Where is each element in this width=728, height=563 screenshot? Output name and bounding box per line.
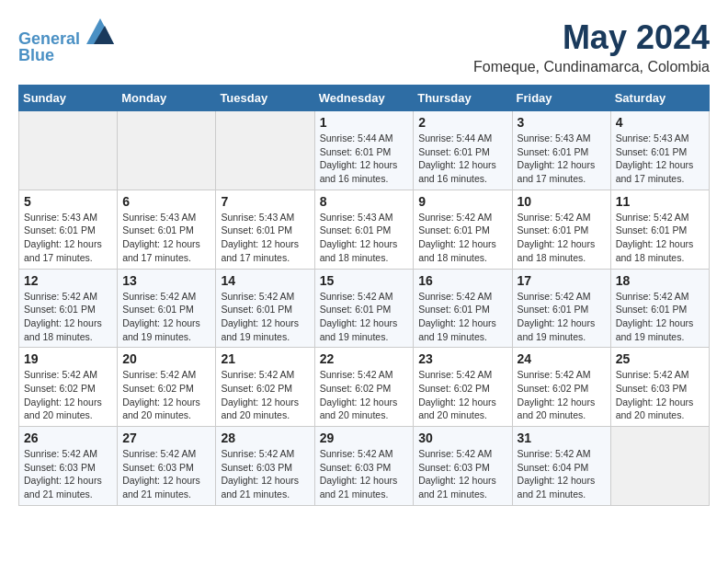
- logo-text: General: [18, 18, 114, 50]
- calendar-week-3: 12Sunrise: 5:42 AM Sunset: 6:01 PM Dayli…: [19, 269, 710, 348]
- day-info: Sunrise: 5:42 AM Sunset: 6:04 PM Dayligh…: [518, 447, 606, 501]
- day-info: Sunrise: 5:42 AM Sunset: 6:03 PM Dayligh…: [24, 447, 112, 501]
- day-number: 12: [24, 273, 112, 288]
- day-info: Sunrise: 5:42 AM Sunset: 6:02 PM Dayligh…: [221, 368, 309, 422]
- calendar-cell: 25Sunrise: 5:42 AM Sunset: 6:03 PM Dayli…: [610, 348, 709, 427]
- day-info: Sunrise: 5:42 AM Sunset: 6:01 PM Dayligh…: [518, 290, 606, 344]
- day-info: Sunrise: 5:42 AM Sunset: 6:01 PM Dayligh…: [616, 290, 704, 344]
- day-number: 5: [24, 194, 112, 209]
- calendar-cell: 13Sunrise: 5:42 AM Sunset: 6:01 PM Dayli…: [118, 269, 216, 348]
- calendar-cell: 24Sunrise: 5:42 AM Sunset: 6:02 PM Dayli…: [512, 348, 610, 427]
- day-number: 22: [320, 351, 409, 366]
- calendar-cell: 8Sunrise: 5:43 AM Sunset: 6:01 PM Daylig…: [314, 190, 414, 269]
- title-block: May 2024 Fomeque, Cundinamarca, Colombia: [473, 18, 710, 75]
- calendar-cell: 22Sunrise: 5:42 AM Sunset: 6:02 PM Dayli…: [314, 348, 414, 427]
- calendar-cell: 2Sunrise: 5:44 AM Sunset: 6:01 PM Daylig…: [414, 111, 512, 190]
- calendar-cell: 18Sunrise: 5:42 AM Sunset: 6:01 PM Dayli…: [610, 269, 709, 348]
- calendar-cell: 12Sunrise: 5:42 AM Sunset: 6:01 PM Dayli…: [19, 269, 118, 348]
- day-number: 4: [616, 115, 704, 130]
- calendar-cell: 21Sunrise: 5:42 AM Sunset: 6:02 PM Dayli…: [216, 348, 314, 427]
- day-info: Sunrise: 5:42 AM Sunset: 6:01 PM Dayligh…: [122, 290, 210, 344]
- calendar-cell: [216, 111, 314, 190]
- day-number: 29: [320, 431, 409, 445]
- calendar-header-row: SundayMondayTuesdayWednesdayThursdayFrid…: [19, 86, 710, 111]
- logo-icon: [86, 18, 114, 44]
- day-info: Sunrise: 5:43 AM Sunset: 6:01 PM Dayligh…: [122, 211, 210, 265]
- day-info: Sunrise: 5:42 AM Sunset: 6:01 PM Dayligh…: [418, 290, 506, 344]
- day-number: 14: [221, 273, 309, 288]
- calendar-cell: 17Sunrise: 5:42 AM Sunset: 6:01 PM Dayli…: [512, 269, 610, 348]
- calendar-cell: [118, 111, 216, 190]
- calendar-cell: [19, 111, 118, 190]
- day-number: 1: [320, 115, 409, 130]
- calendar-cell: 29Sunrise: 5:42 AM Sunset: 6:03 PM Dayli…: [314, 427, 414, 506]
- day-info: Sunrise: 5:44 AM Sunset: 6:01 PM Dayligh…: [320, 132, 409, 186]
- day-info: Sunrise: 5:43 AM Sunset: 6:01 PM Dayligh…: [518, 132, 606, 186]
- calendar-cell: 20Sunrise: 5:42 AM Sunset: 6:02 PM Dayli…: [118, 348, 216, 427]
- calendar-cell: 7Sunrise: 5:43 AM Sunset: 6:01 PM Daylig…: [216, 190, 314, 269]
- day-number: 9: [418, 194, 506, 209]
- column-header-tuesday: Tuesday: [216, 86, 314, 111]
- calendar-cell: 28Sunrise: 5:42 AM Sunset: 6:03 PM Dayli…: [216, 427, 314, 506]
- calendar-cell: 26Sunrise: 5:42 AM Sunset: 6:03 PM Dayli…: [19, 427, 118, 506]
- calendar-cell: 27Sunrise: 5:42 AM Sunset: 6:03 PM Dayli…: [118, 427, 216, 506]
- day-info: Sunrise: 5:42 AM Sunset: 6:01 PM Dayligh…: [518, 211, 606, 265]
- day-info: Sunrise: 5:42 AM Sunset: 6:01 PM Dayligh…: [320, 290, 409, 344]
- calendar-cell: 15Sunrise: 5:42 AM Sunset: 6:01 PM Dayli…: [314, 269, 414, 348]
- day-info: Sunrise: 5:44 AM Sunset: 6:01 PM Dayligh…: [418, 132, 506, 186]
- calendar-cell: 6Sunrise: 5:43 AM Sunset: 6:01 PM Daylig…: [118, 190, 216, 269]
- logo: General Blue: [18, 18, 114, 65]
- day-number: 6: [122, 194, 210, 209]
- column-header-saturday: Saturday: [610, 86, 709, 111]
- day-number: 21: [221, 351, 309, 366]
- day-info: Sunrise: 5:42 AM Sunset: 6:03 PM Dayligh…: [320, 447, 409, 501]
- calendar-cell: 14Sunrise: 5:42 AM Sunset: 6:01 PM Dayli…: [216, 269, 314, 348]
- month-title: May 2024: [473, 18, 710, 57]
- day-number: 25: [616, 351, 704, 366]
- day-info: Sunrise: 5:43 AM Sunset: 6:01 PM Dayligh…: [24, 211, 112, 265]
- day-number: 28: [221, 431, 309, 445]
- day-number: 16: [418, 273, 506, 288]
- day-number: 20: [122, 351, 210, 366]
- day-number: 13: [122, 273, 210, 288]
- day-number: 7: [221, 194, 309, 209]
- day-number: 31: [518, 431, 606, 445]
- day-info: Sunrise: 5:43 AM Sunset: 6:01 PM Dayligh…: [221, 211, 309, 265]
- column-header-friday: Friday: [512, 86, 610, 111]
- day-number: 15: [320, 273, 409, 288]
- day-number: 27: [122, 431, 210, 445]
- calendar-week-2: 5Sunrise: 5:43 AM Sunset: 6:01 PM Daylig…: [19, 190, 710, 269]
- day-number: 8: [320, 194, 409, 209]
- calendar-cell: 19Sunrise: 5:42 AM Sunset: 6:02 PM Dayli…: [19, 348, 118, 427]
- day-info: Sunrise: 5:42 AM Sunset: 6:02 PM Dayligh…: [518, 368, 606, 422]
- day-number: 17: [518, 273, 606, 288]
- day-info: Sunrise: 5:42 AM Sunset: 6:03 PM Dayligh…: [616, 368, 704, 422]
- calendar-week-5: 26Sunrise: 5:42 AM Sunset: 6:03 PM Dayli…: [19, 427, 710, 506]
- day-number: 30: [418, 431, 506, 445]
- calendar-cell: 1Sunrise: 5:44 AM Sunset: 6:01 PM Daylig…: [314, 111, 414, 190]
- day-number: 19: [24, 351, 112, 366]
- day-number: 23: [418, 351, 506, 366]
- day-number: 10: [518, 194, 606, 209]
- day-number: 24: [518, 351, 606, 366]
- column-header-monday: Monday: [118, 86, 216, 111]
- calendar-cell: 23Sunrise: 5:42 AM Sunset: 6:02 PM Dayli…: [414, 348, 512, 427]
- day-info: Sunrise: 5:43 AM Sunset: 6:01 PM Dayligh…: [616, 132, 704, 186]
- calendar-week-4: 19Sunrise: 5:42 AM Sunset: 6:02 PM Dayli…: [19, 348, 710, 427]
- day-info: Sunrise: 5:42 AM Sunset: 6:03 PM Dayligh…: [122, 447, 210, 501]
- calendar-cell: 31Sunrise: 5:42 AM Sunset: 6:04 PM Dayli…: [512, 427, 610, 506]
- calendar-cell: 5Sunrise: 5:43 AM Sunset: 6:01 PM Daylig…: [19, 190, 118, 269]
- column-header-thursday: Thursday: [414, 86, 512, 111]
- column-header-sunday: Sunday: [19, 86, 118, 111]
- calendar-cell: 16Sunrise: 5:42 AM Sunset: 6:01 PM Dayli…: [414, 269, 512, 348]
- day-info: Sunrise: 5:42 AM Sunset: 6:02 PM Dayligh…: [418, 368, 506, 422]
- calendar-cell: 4Sunrise: 5:43 AM Sunset: 6:01 PM Daylig…: [610, 111, 709, 190]
- day-info: Sunrise: 5:42 AM Sunset: 6:02 PM Dayligh…: [122, 368, 210, 422]
- calendar-table: SundayMondayTuesdayWednesdayThursdayFrid…: [18, 85, 710, 506]
- day-info: Sunrise: 5:42 AM Sunset: 6:01 PM Dayligh…: [418, 211, 506, 265]
- day-info: Sunrise: 5:42 AM Sunset: 6:03 PM Dayligh…: [418, 447, 506, 501]
- day-number: 2: [418, 115, 506, 130]
- location-title: Fomeque, Cundinamarca, Colombia: [473, 59, 710, 75]
- page-header: General Blue May 2024 Fomeque, Cundinama…: [18, 18, 710, 75]
- calendar-cell: [610, 427, 709, 506]
